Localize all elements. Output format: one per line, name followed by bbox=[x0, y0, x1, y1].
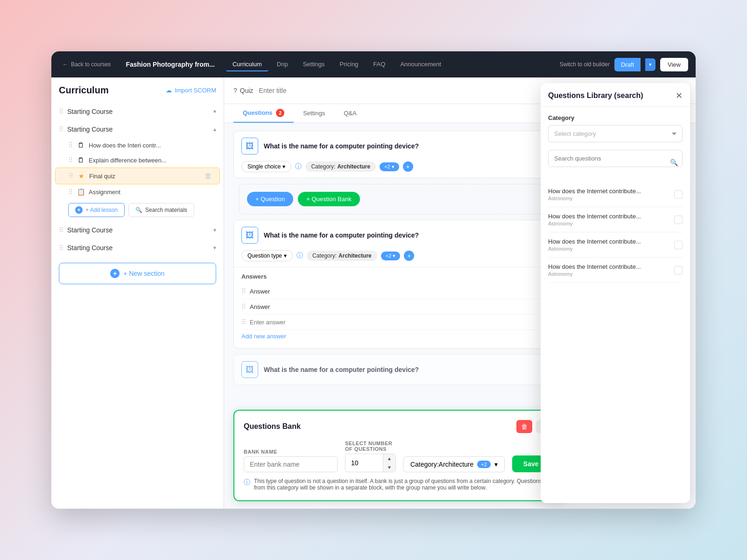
delete-quiz-icon[interactable]: 🗑 bbox=[204, 172, 212, 180]
drag-handle-icon-2: ⠿ bbox=[59, 126, 63, 133]
qb-category-text: Category:Architecture bbox=[410, 461, 473, 468]
tab-quiz-settings[interactable]: Settings bbox=[294, 105, 334, 122]
ql-body: Category Select category 🔍 How does the … bbox=[541, 107, 690, 503]
tab-curriculum[interactable]: Curriculum bbox=[226, 58, 268, 71]
view-button[interactable]: View bbox=[660, 58, 688, 71]
question-img-icon-3: 🖼 bbox=[241, 361, 258, 378]
nav-right: Switch to old builder Draft ▾ View bbox=[559, 58, 688, 71]
tab-pricing[interactable]: Pricing bbox=[333, 58, 365, 71]
lesson-label-1: How does the Interi contr... bbox=[89, 142, 216, 149]
type-select-1[interactable]: Single choice ▾ bbox=[241, 161, 291, 172]
qb-category-chevron-icon: ▾ bbox=[494, 461, 498, 468]
chevron-down-icon-2: ▾ bbox=[284, 252, 287, 259]
add-icon-2[interactable]: + bbox=[404, 251, 414, 261]
ql-checkbox-2[interactable] bbox=[674, 216, 683, 224]
lesson-item-1[interactable]: ⠿ 🗒 How does the Interi contr... bbox=[51, 138, 224, 153]
quiz-question-icon: ? bbox=[233, 87, 237, 94]
qb-bank-name-label: Bank name bbox=[244, 449, 338, 455]
drag-handle-icon-8: ⠿ bbox=[59, 244, 63, 252]
lesson-label-2: Explain difference between... bbox=[89, 157, 216, 164]
lesson-doc-icon-1: 🗒 bbox=[77, 141, 85, 149]
draft-button[interactable]: Draft bbox=[614, 58, 641, 71]
question-img-icon-1: 🖼 bbox=[241, 138, 258, 154]
drag-handle-icon-6: ⠿ bbox=[68, 188, 73, 196]
quiz-star-icon: ★ bbox=[77, 172, 85, 180]
add-lesson-button[interactable]: + + Add lesson bbox=[68, 203, 125, 217]
back-to-courses-button[interactable]: ← Back to courses bbox=[59, 59, 114, 70]
drag-handle-icon-4: ⠿ bbox=[68, 156, 73, 164]
ql-search-input[interactable] bbox=[548, 150, 683, 167]
section-chevron-down-icon: ▾ bbox=[213, 108, 216, 115]
add-question-button[interactable]: + Question bbox=[247, 192, 293, 206]
ql-title: Questions Library (search) bbox=[548, 91, 643, 100]
top-nav: ← Back to courses Fashion Photography fr… bbox=[51, 51, 696, 77]
section-chevron-up-icon: ▴ bbox=[213, 126, 216, 133]
section-label-2: Starting Course bbox=[67, 126, 210, 133]
import-scorm-button[interactable]: ☁ Import SCORM bbox=[166, 87, 216, 94]
tab-faq[interactable]: FAQ bbox=[366, 58, 392, 71]
ql-checkbox-3[interactable] bbox=[674, 241, 683, 249]
section-header-3[interactable]: ⠿ Starting Course ▾ bbox=[51, 222, 224, 238]
qb-category-button[interactable]: Category:Architecture +2 ▾ bbox=[403, 456, 505, 472]
section-actions: + + Add lesson 🔍 Search materials bbox=[51, 199, 224, 221]
ql-item-title-1: How does the Internet contribute... bbox=[548, 188, 669, 195]
tab-announcement[interactable]: Announcement bbox=[394, 58, 447, 71]
info-icon-1[interactable]: ⓘ bbox=[295, 162, 302, 171]
section-group-3: ⠿ Starting Course ▾ bbox=[51, 222, 224, 238]
section-label-4: Starting Course bbox=[67, 244, 210, 252]
section-chevron-down-icon-3: ▾ bbox=[213, 227, 216, 233]
qb-title: Questions Bank bbox=[244, 422, 301, 431]
search-materials-button[interactable]: 🔍 Search materials bbox=[128, 203, 194, 217]
plus2-badge-1[interactable]: +2 ▾ bbox=[380, 162, 399, 171]
search-icon: 🔍 bbox=[135, 207, 142, 213]
quiz-label-text: Quiz bbox=[240, 87, 254, 94]
questions-bank-panel: Questions Bank 🗑 ⠿⠿ Bank name Select num… bbox=[233, 410, 565, 501]
ql-item-sub-4: Astronomy bbox=[548, 271, 669, 277]
tab-drip[interactable]: Drip bbox=[270, 58, 295, 71]
ql-checkbox-4[interactable] bbox=[674, 266, 683, 274]
chevron-down-icon: ▾ bbox=[282, 163, 285, 170]
tab-questions[interactable]: Questions 2 bbox=[233, 104, 294, 123]
ql-category-select[interactable]: Select category bbox=[548, 125, 683, 142]
quiz-title-input[interactable] bbox=[259, 87, 548, 94]
qb-number-input[interactable]: 10 bbox=[345, 455, 383, 470]
qb-category-field: x Category:Architecture +2 ▾ bbox=[403, 449, 505, 472]
assignment-icon: 📋 bbox=[77, 188, 85, 196]
cloud-upload-icon: ☁ bbox=[166, 87, 172, 94]
ql-item-content-2: How does the Internet contribute... Astr… bbox=[548, 213, 669, 226]
plus-circle-icon: + bbox=[110, 269, 120, 278]
back-label: Back to courses bbox=[71, 61, 111, 68]
ql-category-label: Category bbox=[548, 114, 683, 121]
add-question-bank-button[interactable]: + Question Bank bbox=[298, 192, 359, 206]
qb-bank-name-input[interactable] bbox=[244, 456, 338, 472]
plus2-badge-2[interactable]: +2 ▾ bbox=[381, 252, 401, 260]
type-select-2[interactable]: Question type ▾ bbox=[241, 250, 293, 261]
qb-decrement-button[interactable]: ▼ bbox=[383, 463, 395, 472]
lesson-item-2[interactable]: ⠿ 🗒 Explain difference between... bbox=[51, 153, 224, 168]
ql-item-content-1: How does the Internet contribute... Astr… bbox=[548, 188, 669, 201]
section-header-1[interactable]: ⠿ Starting Course ▾ bbox=[51, 103, 224, 120]
qb-delete-button[interactable]: 🗑 bbox=[516, 420, 532, 433]
lesson-item-assignment[interactable]: ⠿ 📋 Assignment bbox=[51, 184, 224, 199]
info-icon-2[interactable]: ⓘ bbox=[296, 252, 303, 260]
ql-close-button[interactable]: ✕ bbox=[676, 91, 683, 101]
section-header-2[interactable]: ⠿ Starting Course ▴ bbox=[51, 121, 224, 138]
answer-text-1: Answer bbox=[250, 288, 270, 295]
lesson-item-quiz[interactable]: ⠿ ★ Final quiz 🗑 bbox=[55, 168, 220, 184]
draft-arrow-button[interactable]: ▾ bbox=[645, 58, 655, 71]
sidebar-title: Curriculum bbox=[59, 85, 109, 96]
qb-header: Questions Bank 🗑 ⠿⠿ bbox=[244, 420, 555, 433]
qb-increment-button[interactable]: ▲ bbox=[383, 454, 395, 463]
back-arrow-icon: ← bbox=[63, 61, 68, 68]
add-icon-1[interactable]: + bbox=[403, 161, 413, 172]
qb-bank-name-field: Bank name bbox=[244, 449, 338, 472]
switch-old-builder-button[interactable]: Switch to old builder bbox=[559, 61, 609, 68]
section-header-4[interactable]: ⠿ Starting Course ▾ bbox=[51, 239, 224, 256]
ql-checkbox-1[interactable] bbox=[674, 190, 683, 199]
tab-settings[interactable]: Settings bbox=[296, 58, 331, 71]
lesson-doc-icon-2: 🗒 bbox=[77, 156, 85, 164]
section-group-1: ⠿ Starting Course ▾ bbox=[51, 103, 224, 120]
new-section-button[interactable]: + + New section bbox=[59, 263, 216, 284]
tab-qa[interactable]: Q&A bbox=[334, 105, 366, 122]
drag-handle-answer-2: ⠿ bbox=[241, 303, 246, 310]
